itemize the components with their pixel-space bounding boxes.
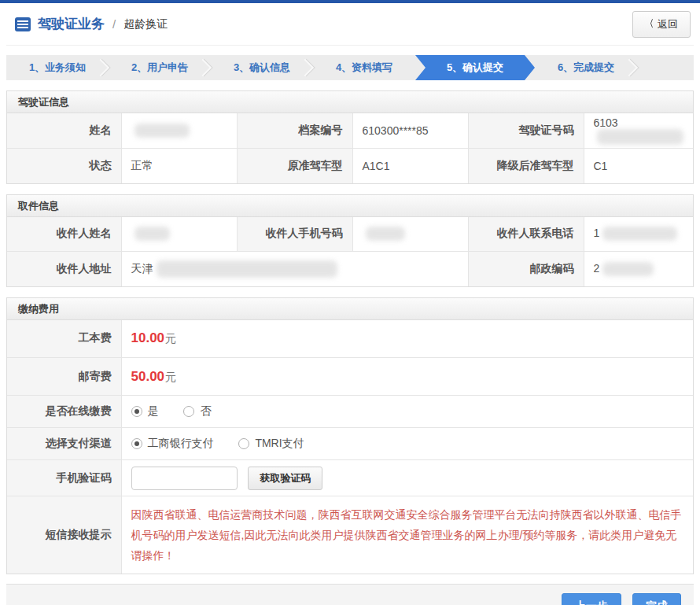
- section-payment: 缴纳费用 工本费 10.00元 邮寄费 50.00元 是否在线缴费 是 否: [6, 297, 694, 575]
- finish-button[interactable]: 完成: [632, 593, 681, 605]
- radio-channel-icbc[interactable]: 工商银行支付: [131, 437, 214, 451]
- fee-unit: 元: [165, 371, 176, 383]
- field-label: 收件人地址: [7, 252, 121, 286]
- step-1-business-notice: 1、业务须知: [6, 55, 109, 80]
- section-license-info: 驾驶证信息 姓名 档案编号 610300****85 驾驶证号码 6103 状态…: [6, 90, 694, 184]
- redacted-value: [366, 227, 405, 241]
- get-code-button[interactable]: 获取验证码: [248, 467, 322, 490]
- field-value: [352, 217, 468, 252]
- captcha-input[interactable]: [131, 467, 238, 490]
- field-value: C1: [584, 149, 693, 183]
- fee-amount: 10.00: [131, 330, 165, 345]
- field-label: 手机验证码: [7, 460, 121, 496]
- field-label: 原准驾车型: [237, 149, 352, 183]
- radio-label: TMRI支付: [255, 437, 304, 451]
- field-value: 10.00元: [121, 320, 693, 358]
- field-label: 姓名: [7, 113, 121, 149]
- field-value: 天津: [121, 252, 468, 286]
- table-row: 手机验证码 获取验证码: [7, 460, 693, 496]
- field-value: [121, 217, 237, 252]
- section-title-pickup-info: 取件信息: [7, 195, 693, 217]
- radio-online-no[interactable]: 否: [183, 404, 211, 419]
- radio-online-yes[interactable]: 是: [131, 404, 159, 419]
- payment-table: 工本费 10.00元 邮寄费 50.00元 是否在线缴费 是 否 选择支付渠道: [7, 320, 693, 574]
- step-label: 4、资料填写: [336, 61, 392, 73]
- field-value: 工商银行支付 TMRI支付: [121, 428, 693, 460]
- field-label: 是否在线缴费: [7, 396, 121, 428]
- step-label: 2、用户申告: [131, 61, 188, 73]
- redacted-value: [134, 227, 170, 241]
- breadcrumb-separator: /: [112, 17, 116, 31]
- field-value-text: 天津: [131, 261, 153, 274]
- section-title-payment: 缴纳费用: [7, 298, 693, 320]
- step-label: 1、业务须知: [29, 61, 86, 73]
- step-2-user-declaration: 2、用户申告: [109, 55, 211, 80]
- field-value-text: 1: [594, 227, 600, 239]
- radio-label: 工商银行支付: [148, 437, 214, 451]
- field-label: 邮寄费: [7, 358, 121, 396]
- field-value: [121, 113, 237, 149]
- redacted-value: [134, 124, 190, 138]
- radio-label: 否: [200, 404, 211, 419]
- radio-unchecked-icon: [238, 438, 249, 449]
- breadcrumb: 驾驶证业务 / 超龄换证: [14, 15, 168, 33]
- table-row: 收件人地址 天津 邮政编码 2: [7, 252, 693, 286]
- stepper-filler: [637, 55, 694, 80]
- back-button[interactable]: 〈 返回: [632, 11, 691, 38]
- field-label: 邮政编码: [468, 252, 584, 286]
- previous-step-button[interactable]: 上一步: [562, 593, 621, 605]
- pickup-info-table: 收件人姓名 收件人手机号码 收件人联系电话 1 收件人地址 天津 邮政编码 2: [7, 217, 693, 286]
- back-button-label: 返回: [658, 17, 678, 31]
- field-value-text: 6103: [594, 116, 618, 129]
- radio-checked-icon: [131, 406, 142, 417]
- field-value-text: 2: [594, 262, 600, 275]
- table-row: 收件人姓名 收件人手机号码 收件人联系电话 1: [7, 217, 693, 252]
- field-label: 收件人手机号码: [237, 217, 352, 252]
- stepper: 1、业务须知 2、用户申告 3、确认信息 4、资料填写 5、确认提交 6、完成提…: [6, 55, 694, 80]
- redacted-value: [597, 129, 683, 145]
- field-label: 驾驶证号码: [468, 113, 584, 149]
- step-3-confirm-info: 3、确认信息: [211, 55, 313, 80]
- step-4-fill-materials: 4、资料填写: [313, 55, 415, 80]
- field-value: 获取验证码: [121, 460, 693, 496]
- field-label: 状态: [7, 149, 121, 183]
- field-value: 是 否: [121, 396, 693, 428]
- radio-checked-icon: [131, 438, 142, 449]
- license-info-table: 姓名 档案编号 610300****85 驾驶证号码 6103 状态 正常 原准…: [7, 113, 693, 183]
- table-row: 短信接收提示 因陕西省联通、电信运营商技术问题，陕西省互联网交通安全综合服务管理…: [7, 496, 693, 574]
- table-row: 姓名 档案编号 610300****85 驾驶证号码 6103: [7, 113, 693, 149]
- page-container: 驾驶证业务 / 超龄换证 〈 返回 1、业务须知 2、用户申告 3、确认信息 4…: [6, 3, 694, 605]
- list-icon: [14, 16, 31, 33]
- field-label: 短信接收提示: [7, 496, 121, 574]
- field-label: 收件人联系电话: [468, 217, 584, 252]
- field-value: 6103: [584, 113, 693, 149]
- redacted-value: [602, 262, 654, 276]
- section-pickup-info: 取件信息 收件人姓名 收件人手机号码 收件人联系电话 1 收件人地址 天津 邮政…: [6, 194, 694, 287]
- redacted-value: [157, 260, 337, 278]
- table-row: 邮寄费 50.00元: [7, 358, 693, 396]
- field-label: 工本费: [7, 320, 121, 358]
- table-row: 是否在线缴费 是 否: [7, 396, 693, 428]
- field-value: 正常: [121, 149, 237, 183]
- breadcrumb-current: 超龄换证: [123, 17, 168, 31]
- table-row: 状态 正常 原准驾车型 A1C1 降级后准驾车型 C1: [7, 149, 693, 183]
- section-title-license-info: 驾驶证信息: [7, 91, 693, 113]
- redacted-value: [602, 227, 677, 241]
- field-label: 降级后准驾车型: [468, 149, 584, 183]
- table-row: 工本费 10.00元: [7, 320, 693, 358]
- sms-notice-text: 因陕西省联通、电信运营商技术问题，陕西省互联网交通安全综合服务管理平台无法向持陕…: [131, 504, 684, 566]
- field-value: 50.00元: [121, 358, 693, 396]
- page-title: 驾驶证业务: [38, 15, 105, 33]
- step-6-complete-submit: 6、完成提交: [535, 55, 637, 80]
- back-chevron-icon: 〈: [646, 17, 654, 31]
- field-value: 因陕西省联通、电信运营商技术问题，陕西省互联网交通安全综合服务管理平台无法向持陕…: [121, 496, 693, 574]
- step-label: 5、确认提交: [447, 61, 503, 73]
- field-value: 1: [584, 217, 693, 252]
- field-value: 610300****85: [352, 113, 468, 149]
- step-5-confirm-submit-active: 5、确认提交: [415, 55, 535, 80]
- footer-action-bar: 上一步 完成: [6, 584, 694, 605]
- radio-channel-tmri[interactable]: TMRI支付: [238, 437, 304, 451]
- radio-unchecked-icon: [183, 406, 194, 417]
- field-label: 选择支付渠道: [7, 428, 121, 460]
- step-label: 3、确认信息: [234, 61, 290, 73]
